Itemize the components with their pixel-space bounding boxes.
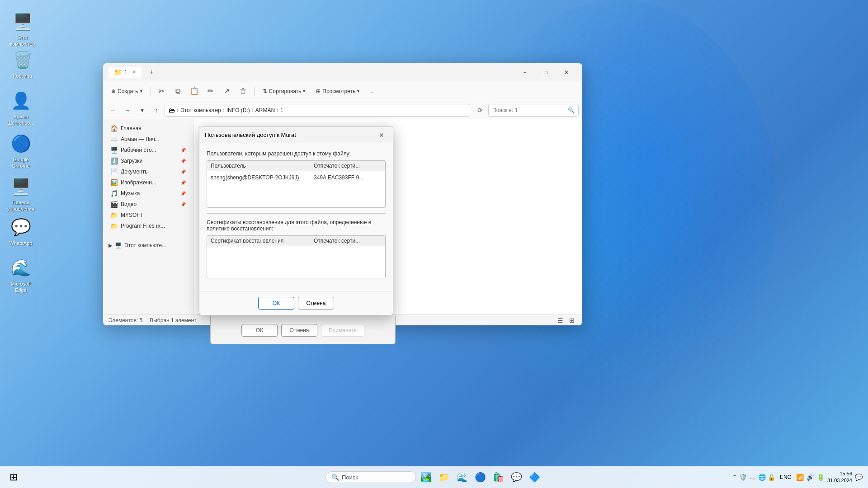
- sidebar-item-music[interactable]: 🎵 Музыка 📌: [105, 188, 191, 199]
- create-arrow-icon: ▾: [140, 89, 142, 94]
- create-button[interactable]: ⊕ Создать ▾: [107, 86, 147, 97]
- store-taskbar[interactable]: 🛍️: [490, 469, 506, 485]
- network2-icon[interactable]: 🌐: [758, 474, 766, 481]
- file-explorer-taskbar[interactable]: 📁: [436, 469, 452, 485]
- recent-button[interactable]: ▾: [136, 104, 148, 117]
- language-label[interactable]: ENG: [780, 474, 792, 480]
- path-this-pc[interactable]: Этот компьютер: [180, 107, 221, 113]
- dialog-ok-button[interactable]: ОК: [258, 297, 294, 310]
- efs-ok-button[interactable]: ОК: [241, 324, 278, 337]
- search-input[interactable]: [492, 107, 566, 113]
- sidebar-home-label: Главная: [121, 125, 142, 131]
- more-button[interactable]: ...: [366, 86, 379, 97]
- tab-close-icon[interactable]: ✕: [132, 69, 136, 75]
- explorer-tab[interactable]: 📁 1 ✕: [108, 67, 142, 78]
- desktop-icon-chrome[interactable]: 🔵 Google Chrome: [3, 131, 39, 171]
- minimize-button[interactable]: −: [514, 65, 535, 80]
- desktop-icon-recycle[interactable]: 🗑️ Корзина: [5, 47, 41, 81]
- delete-button[interactable]: 🗑: [236, 84, 250, 99]
- paste-button[interactable]: 📋: [187, 84, 202, 99]
- dialog-footer: ОК Отмена: [199, 291, 393, 315]
- search-box[interactable]: 🔍: [488, 104, 579, 117]
- taskbar-search[interactable]: 🔍 Поиск: [326, 471, 416, 483]
- store-taskbar-icon: 🛍️: [493, 472, 504, 483]
- users-table: Пользователь Отпечаток серти... sheng(sh…: [207, 160, 386, 208]
- dialog-cancel-button[interactable]: Отмена: [298, 297, 334, 310]
- grid-view-button[interactable]: ⊞: [567, 315, 577, 325]
- desktop-icon-edge[interactable]: 🌊 Microsoft Edge: [3, 255, 39, 296]
- path-1[interactable]: 1: [280, 107, 283, 113]
- security-icon[interactable]: 🛡️: [739, 474, 747, 481]
- taskbar: ⊞ 🔍 Поиск 🏞️ 📁 🌊 🔵 🛍️: [0, 466, 868, 488]
- share-button[interactable]: ↗: [220, 84, 234, 99]
- efs-dialog: ОК Отмена Применить: [210, 316, 396, 344]
- new-tab-button[interactable]: +: [145, 66, 158, 79]
- defender-icon[interactable]: 🔒: [768, 474, 775, 481]
- dialog-access: Пользовательский доступ к Murat ✕ Пользо…: [199, 127, 393, 315]
- sidebar-item-documents[interactable]: 📄 Документы 📌: [105, 166, 191, 177]
- sidebar-item-video[interactable]: 🎬 Видео 📌: [105, 199, 191, 210]
- sidebar-item-downloads[interactable]: ⬇️ Загрузки 📌: [105, 155, 191, 166]
- sidebar-item-arman[interactable]: ☁️ Арман — Лич...: [105, 134, 191, 145]
- extra-taskbar[interactable]: 🔷: [526, 469, 542, 485]
- sidebar-item-images[interactable]: 🖼️ Изображени... 📌: [105, 177, 191, 188]
- chrome-taskbar[interactable]: 🔵: [472, 469, 488, 485]
- taskbar-clock[interactable]: 15:56 31.03.2024: [827, 470, 852, 484]
- desktop-icon-this-pc[interactable]: 🖥️ Этот компьютер: [5, 9, 41, 49]
- desktop-icon-whatsapp[interactable]: 💬 WhatsApp: [3, 215, 39, 248]
- sort-button[interactable]: ⇅ Сортировать ▾: [258, 86, 310, 97]
- table-row[interactable]: sheng(sheng@DESKTOP-2OJKJ9J) 349A EAC393…: [207, 171, 385, 184]
- efs-cancel-button[interactable]: Отмена: [281, 324, 317, 337]
- edge-icon: 🌊: [10, 257, 32, 279]
- dialog-description: Пользователи, которым разрешен доступ к …: [207, 150, 386, 157]
- forward-button[interactable]: →: [121, 104, 134, 117]
- user-value: sheng(sheng@DESKTOP-2OJKJ9J): [211, 174, 314, 181]
- tab-label: 1: [124, 69, 127, 75]
- taskbar-right: ⌃ 🛡️ ☁️ 🌐 🔒 ENG 📶 🔊 🔋 15:56 31.03.2024 💬: [732, 470, 863, 484]
- sidebar-item-home[interactable]: 🏠 Главная: [105, 123, 191, 134]
- view-button[interactable]: ⊞ Просмотреть ▾: [311, 86, 364, 97]
- cloud-sync-icon[interactable]: ☁️: [749, 474, 756, 481]
- task-view-button[interactable]: 🏞️: [418, 469, 434, 485]
- start-button[interactable]: ⊞: [5, 469, 22, 485]
- dialog-close-button[interactable]: ✕: [376, 129, 387, 141]
- sidebar-this-pc-section[interactable]: ▶ 🖥️ Этот компьюте...: [103, 240, 193, 250]
- up-button[interactable]: ↑: [150, 104, 163, 117]
- sidebar-item-progfiles[interactable]: 📁 Program Files (x...: [105, 221, 191, 231]
- sound-icon[interactable]: 🔊: [807, 474, 814, 481]
- copy-button[interactable]: ⧉: [171, 84, 185, 99]
- recovery-table: Сертификат восстановления Отпечаток серт…: [207, 235, 386, 278]
- refresh-button[interactable]: ⟳: [474, 104, 486, 117]
- tray-arrow-icon[interactable]: ⌃: [732, 474, 737, 481]
- sidebar-progfiles-label: Program Files (x...: [121, 223, 165, 229]
- view-arrow-icon: ▾: [357, 89, 359, 94]
- documents-icon: 📄: [110, 168, 118, 175]
- music-icon: 🎵: [110, 190, 118, 197]
- recovery-table-header: Сертификат восстановления Отпечаток серт…: [207, 236, 385, 246]
- sidebar-item-mysoft[interactable]: 📁 MYSOFT: [105, 210, 191, 221]
- back-button[interactable]: ←: [107, 104, 119, 117]
- desktop: 🖥️ Этот компьютер 🗑️ Корзина 👤 Арман Шен…: [0, 0, 868, 488]
- notification-icon[interactable]: 💬: [855, 474, 863, 481]
- desktop-icon-user[interactable]: 👤 Арман Шенгельб...: [3, 88, 39, 128]
- path-info-d[interactable]: INFO (D:): [226, 107, 250, 113]
- mysoft-icon: 📁: [110, 211, 118, 219]
- edge-taskbar[interactable]: 🌊: [454, 469, 470, 485]
- rename-button[interactable]: ✏: [203, 84, 218, 99]
- sidebar-item-desktop[interactable]: 🖥️ Рабочий сто... 📌: [105, 145, 191, 155]
- maximize-button[interactable]: □: [535, 65, 556, 80]
- sidebar-documents-label: Документы: [121, 169, 149, 175]
- close-button[interactable]: ✕: [556, 65, 577, 80]
- efs-apply-button[interactable]: Применить: [321, 324, 364, 337]
- wifi-icon[interactable]: 📶: [796, 474, 804, 481]
- address-path[interactable]: 🗁 › Этот компьютер › INFO (D:) › ARMAN ›…: [165, 104, 470, 117]
- whatsapp-taskbar[interactable]: 💬: [508, 469, 524, 485]
- selected-info: Выбран 1 элемент: [150, 317, 196, 324]
- cut-button[interactable]: ✂: [155, 84, 169, 99]
- list-view-button[interactable]: ☰: [555, 315, 565, 325]
- path-arman[interactable]: ARMAN: [255, 107, 275, 113]
- sidebar: 🏠 Главная ☁️ Арман — Лич... 🖥️ Рабочий с…: [103, 119, 193, 314]
- battery-icon[interactable]: 🔋: [817, 474, 825, 481]
- desktop-icon-control-panel[interactable]: 🖥️ Панель управления: [3, 174, 39, 214]
- extra-taskbar-icon: 🔷: [529, 472, 540, 483]
